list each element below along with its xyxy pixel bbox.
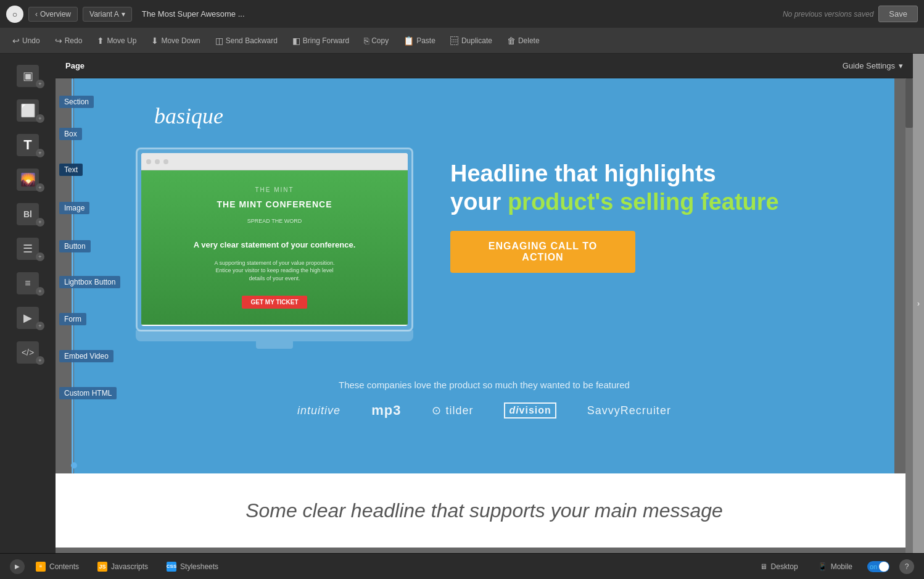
move-down-icon: ⬇: [151, 36, 159, 46]
sidebar-badge-html: +: [36, 356, 44, 365]
image-element-label[interactable]: Image: [59, 202, 89, 214]
laptop-sub-statement: A supporting statement of your value pro…: [213, 259, 336, 283]
section-edge-dot: [71, 462, 77, 469]
sidebar-item-lightbox[interactable]: ☰ +: [6, 233, 49, 265]
javascripts-tab[interactable]: JS Javascripts: [90, 559, 155, 575]
laptop-base: [136, 330, 413, 341]
sidebar-item-video[interactable]: ▶ +: [6, 302, 49, 334]
laptop-dot-2: [155, 159, 160, 164]
sidebar-item-text[interactable]: T +: [6, 129, 49, 161]
button-element-label[interactable]: Button: [59, 240, 91, 252]
send-backward-icon: ◫: [215, 36, 223, 46]
css-icon: CSS: [167, 562, 176, 572]
page-label: Page: [65, 61, 85, 70]
hero-logo: basique: [123, 103, 845, 129]
embed-element-label[interactable]: Embed Video: [59, 350, 113, 362]
laptop-dot-1: [146, 159, 151, 164]
sidebar-badge: +: [36, 80, 44, 88]
hero-cta-button[interactable]: ENGAGING CALL TO ACTION: [450, 231, 635, 273]
app-logo[interactable]: ○: [6, 6, 23, 23]
right-arrow-icon: ›: [917, 299, 920, 308]
hero-headline: Headline that highlights your product's …: [450, 160, 845, 216]
play-button[interactable]: ▶: [10, 559, 25, 574]
companies-tagline: These companies love the product so much…: [123, 380, 845, 390]
top-bar: ○ ‹ Overview Variant A ▾ The Most Super …: [0, 0, 924, 28]
toggle-switch[interactable]: on: [867, 561, 889, 572]
company-logo-savvy: SavvyRecruiter: [587, 404, 671, 417]
sidebar: ▣ + ⬜ + T + 🌄 + Bl + ☰ + ≡ + ▶ +: [0, 54, 56, 553]
sidebar-item-form[interactable]: ≡ +: [6, 267, 49, 299]
move-up-icon: ⬆: [97, 36, 104, 46]
hero-section: basique: [74, 78, 894, 473]
help-button[interactable]: ?: [899, 559, 914, 574]
laptop-toolbar: [141, 153, 408, 170]
bottom-right-controls: 🖥 Desktop 📱 Mobile on ?: [755, 559, 914, 574]
scrollbar-thumb[interactable]: [905, 78, 913, 128]
form-element-label[interactable]: Form: [59, 313, 86, 325]
redo-icon: ↪: [55, 36, 62, 46]
main-area: ▣ + ⬜ + T + 🌄 + Bl + ☰ + ≡ + ▶ +: [0, 54, 924, 553]
contents-icon: ≡: [36, 562, 46, 572]
sidebar-item-section[interactable]: ▣ +: [6, 60, 49, 92]
company-logo-mp3: mp3: [371, 402, 401, 419]
sidebar-badge-button: +: [36, 218, 44, 227]
sidebar-item-box[interactable]: ⬜ +: [6, 94, 49, 127]
copy-button[interactable]: ⎘ Copy: [358, 33, 395, 49]
variant-button[interactable]: Variant A ▾: [83, 7, 132, 22]
guide-settings-button[interactable]: Guide Settings ▾: [843, 61, 903, 70]
companies-logos: intuitive mp3 ⊙ tilder division SavvyRec…: [123, 402, 845, 419]
laptop-statement: A very clear statement of your conferenc…: [194, 240, 356, 249]
send-backward-button[interactable]: ◫ Send Backward: [209, 33, 284, 49]
bottom-bar: ▶ ≡ Contents JS Javascripts CSS Styleshe…: [0, 553, 924, 579]
canvas-area: Page Guide Settings ▾ Section Box Text I…: [56, 54, 913, 553]
sidebar-badge-box: +: [36, 114, 44, 123]
overview-button[interactable]: ‹ Overview: [28, 7, 78, 22]
redo-button[interactable]: ↪ Redo: [49, 33, 89, 49]
bottom-left-tabs: ▶ ≡ Contents JS Javascripts CSS Styleshe…: [10, 559, 226, 575]
page-title: The Most Super Awesome ...: [142, 9, 778, 19]
back-icon: ‹: [35, 10, 38, 19]
right-expand-panel[interactable]: ›: [913, 54, 924, 553]
bring-forward-button[interactable]: ◧ Bring Forward: [286, 33, 355, 49]
desktop-button[interactable]: 🖥 Desktop: [755, 560, 803, 573]
stylesheets-tab[interactable]: CSS Stylesheets: [159, 559, 226, 575]
company-logo-tilder: ⊙ tilder: [432, 404, 473, 417]
paste-button[interactable]: 📋 Paste: [397, 33, 442, 49]
section-element-label[interactable]: Section: [59, 96, 94, 108]
company-logo-division: division: [504, 402, 556, 419]
laptop-mockup: THE MINT THE MINT CONFERENCE SPREAD THE …: [136, 148, 413, 349]
duplicate-icon: ⿳: [450, 36, 459, 46]
laptop-stand: [256, 341, 293, 349]
sidebar-badge-lightbox: +: [36, 252, 44, 261]
companies-section: These companies love the product so much…: [123, 380, 845, 419]
toolbar: ↩ Undo ↪ Redo ⬆ Move Up ⬇ Move Down ◫ Se…: [0, 28, 924, 54]
paste-icon: 📋: [403, 36, 414, 46]
save-button[interactable]: Save: [878, 6, 918, 22]
hero-text-area: Headline that highlights your product's …: [450, 148, 845, 273]
mobile-button[interactable]: 📱 Mobile: [813, 560, 857, 573]
contents-tab[interactable]: ≡ Contents: [28, 559, 86, 575]
scrollbar-track[interactable]: [905, 78, 913, 553]
laptop-tagline: SPREAD THE WORD: [247, 218, 302, 224]
canvas-content: Section Box Text Image Button Lightbox B…: [56, 78, 913, 553]
laptop-small-header: THE MINT: [255, 186, 294, 193]
sidebar-item-button[interactable]: Bl +: [6, 198, 49, 230]
white-section: Some clear headline that supports your m…: [56, 473, 913, 548]
duplicate-button[interactable]: ⿳ Duplicate: [444, 33, 498, 49]
laptop-cta-button[interactable]: GET MY TICKET: [242, 296, 307, 309]
white-section-headline: Some clear headline that supports your m…: [227, 481, 741, 541]
sidebar-item-image[interactable]: 🌄 +: [6, 164, 49, 196]
move-up-button[interactable]: ⬆ Move Up: [91, 33, 142, 49]
custom-element-label[interactable]: Custom HTML: [59, 387, 117, 399]
lightbox-element-label[interactable]: Lightbox Button: [59, 276, 120, 288]
copy-icon: ⎘: [364, 36, 369, 46]
delete-button[interactable]: 🗑 Delete: [501, 33, 546, 49]
text-element-label[interactable]: Text: [59, 164, 83, 176]
sidebar-item-html[interactable]: </> +: [6, 336, 49, 369]
move-down-button[interactable]: ⬇ Move Down: [145, 33, 206, 49]
delete-icon: 🗑: [507, 36, 516, 46]
laptop-dot-3: [163, 159, 168, 164]
box-element-label[interactable]: Box: [59, 128, 82, 140]
sidebar-badge-video: +: [36, 322, 44, 330]
undo-button[interactable]: ↩ Undo: [6, 33, 46, 49]
